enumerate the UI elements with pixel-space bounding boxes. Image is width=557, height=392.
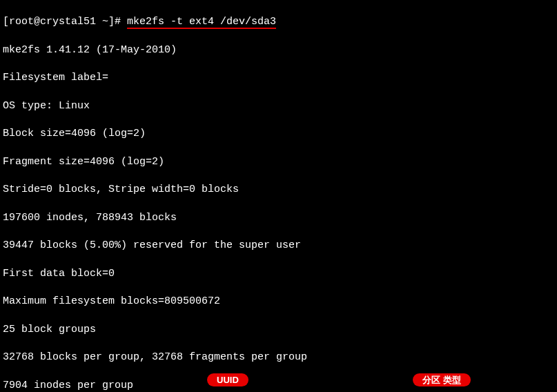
output-line: OS type: Linux [3,99,554,113]
prompt: [root@crystal51 ~]# [3,16,127,28]
output-line: 32768 blocks per group, 32768 fragments … [3,351,554,364]
terminal[interactable]: [root@crystal51 ~]# mke2fs -t ext4 /dev/… [0,0,557,392]
output-line: Filesystem label= [3,71,554,85]
annotation-badge-uuid: UUID [207,373,248,386]
output-line: First data block=0 [3,267,554,281]
output-line: Fragment size=4096 (log=2) [3,155,554,169]
command-mke2fs: mke2fs -t ext4 /dev/sda3 [127,16,276,29]
output-line: Block size=4096 (log=2) [3,127,554,141]
annotation-badge-partition-type: 分区 类型 [413,373,471,386]
output-line: mke2fs 1.41.12 (17-May-2010) [3,43,554,57]
output-line: 25 block groups [3,323,554,337]
output-line: Stride=0 blocks, Stripe width=0 blocks [3,183,554,197]
output-line: 197600 inodes, 788943 blocks [3,211,554,225]
output-line: Maximum filesystem blocks=809500672 [3,295,554,308]
output-line: 39447 blocks (5.00%) reserved for the su… [3,239,554,253]
output-line: 7904 inodes per group [3,379,554,392]
cmd-line-1: [root@crystal51 ~]# mke2fs -t ext4 /dev/… [3,15,554,29]
